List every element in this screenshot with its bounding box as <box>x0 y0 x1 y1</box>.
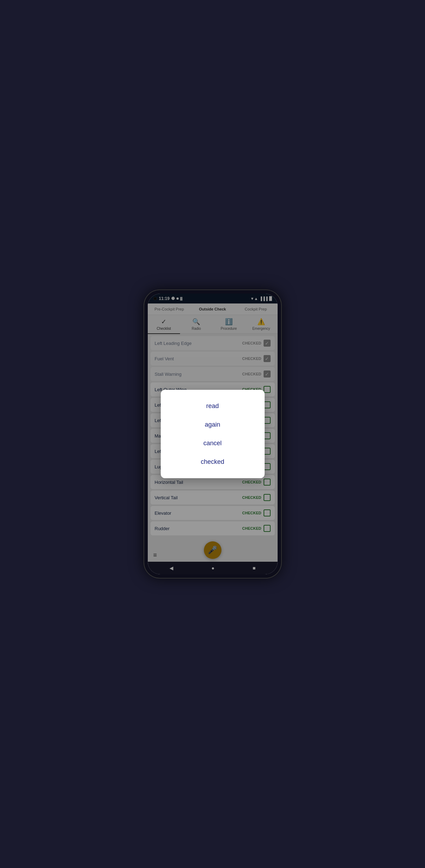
dialog-option-checked[interactable]: checked <box>161 453 265 471</box>
dialog-option-cancel[interactable]: cancel <box>161 434 265 453</box>
phone-screen: 11:19 🅐 ⏺ ▓ ▼▲ ▐▐▐ ▉ Pre-Cockpit Prep Ou… <box>148 294 278 574</box>
dialog: read again cancel checked <box>161 390 265 478</box>
dialog-option-read[interactable]: read <box>161 397 265 415</box>
dialog-overlay: read again cancel checked <box>148 294 278 574</box>
dialog-option-again[interactable]: again <box>161 415 265 434</box>
phone-frame: 11:19 🅐 ⏺ ▓ ▼▲ ▐▐▐ ▉ Pre-Cockpit Prep Ou… <box>144 290 281 578</box>
